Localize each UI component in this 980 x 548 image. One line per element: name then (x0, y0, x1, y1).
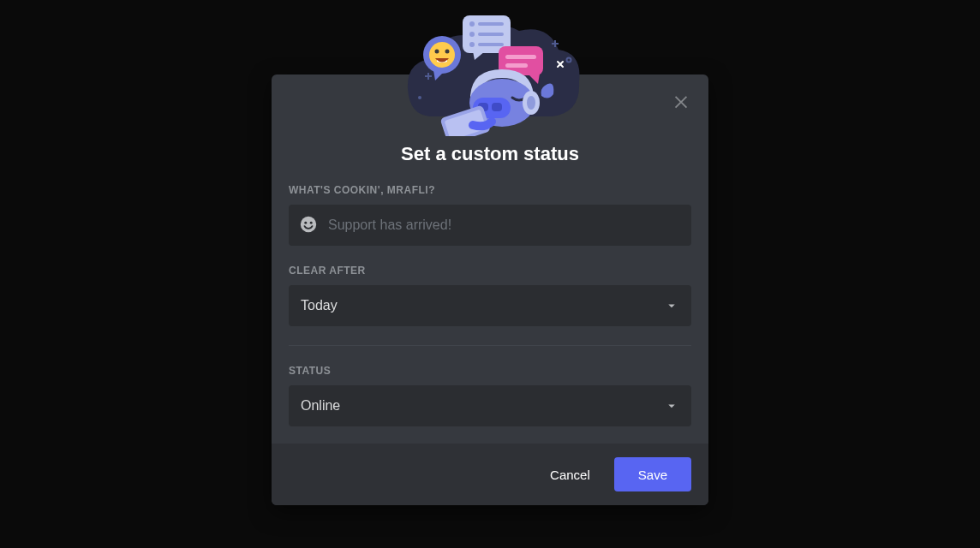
svg-point-29 (301, 216, 316, 231)
status-presence-label: STATUS (289, 365, 691, 377)
chevron-down-icon (664, 398, 679, 414)
svg-point-31 (310, 221, 313, 223)
status-text-section: WHAT'S COOKIN', MRAFLI? (289, 184, 691, 246)
status-input-container (289, 205, 691, 246)
divider (289, 345, 691, 346)
status-presence-section: STATUS Online (289, 365, 691, 426)
chevron-down-icon (664, 298, 679, 313)
custom-status-modal: Set a custom status WHAT'S COOKIN', MRAF… (272, 74, 708, 505)
modal-footer: Cancel Save (272, 444, 708, 505)
status-text-input[interactable] (328, 205, 681, 246)
clear-after-value: Today (301, 298, 338, 313)
status-presence-select[interactable]: Online (289, 385, 691, 426)
status-presence-value: Online (301, 398, 340, 414)
save-button[interactable]: Save (614, 457, 691, 491)
cancel-button[interactable]: Cancel (543, 459, 597, 491)
clear-after-select[interactable]: Today (289, 285, 691, 326)
close-button[interactable] (669, 90, 693, 114)
modal-title: Set a custom status (289, 143, 691, 165)
clear-after-label: CLEAR AFTER (289, 265, 691, 277)
status-text-label: WHAT'S COOKIN', MRAFLI? (289, 184, 691, 196)
close-icon (672, 92, 690, 113)
smile-icon (299, 215, 318, 236)
clear-after-section: CLEAR AFTER Today (289, 265, 691, 326)
emoji-picker-button[interactable] (299, 215, 318, 236)
svg-point-30 (304, 221, 307, 223)
